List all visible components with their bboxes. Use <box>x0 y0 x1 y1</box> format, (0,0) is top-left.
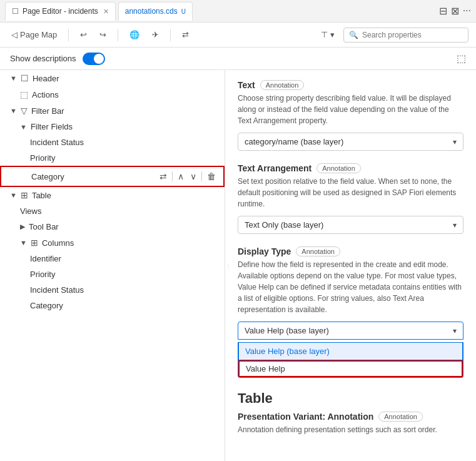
toggle-slider <box>83 53 105 65</box>
action-sep-2 <box>201 171 202 181</box>
tab-annotations[interactable]: annotations.cds U <box>118 2 193 21</box>
toolbar-sep-2 <box>118 29 118 41</box>
filter-icon: ⊤ <box>321 30 328 39</box>
tree-item-category2[interactable]: Category <box>0 298 225 313</box>
more-icon[interactable]: ··· <box>463 5 471 17</box>
incident-status-label: Incident Status <box>30 138 84 147</box>
priority2-label: Priority <box>30 270 55 279</box>
tree-item-category[interactable]: Category ⇄ ∧ ∨ 🗑 <box>0 166 225 187</box>
display-type-option-value-help-base[interactable]: Value Help (base layer) <box>238 342 463 360</box>
text-dropdown[interactable]: category/name (base layer) ▾ <box>238 133 463 151</box>
tree-item-incident-status2[interactable]: Incident Status <box>0 282 225 298</box>
table-section-heading: Table <box>238 390 463 407</box>
delete-action-btn[interactable]: 🗑 <box>205 170 218 183</box>
presentation-variant-label: Presentation Variant: Annotation <box>238 412 373 422</box>
send-icon: ✈ <box>152 30 159 39</box>
table-chevron: ▼ <box>10 191 17 199</box>
undo-button[interactable]: ↩ <box>76 28 91 42</box>
pagemap-button[interactable]: ◁ Page Map <box>8 28 61 42</box>
move-action-btn[interactable]: ⇄ <box>157 170 170 183</box>
tree-item-priority[interactable]: Priority <box>0 150 225 166</box>
text-annotation-badge: Annotation <box>260 80 305 90</box>
display-type-section: Display Type Annotation Define how the f… <box>238 246 463 378</box>
category-label: Category <box>31 172 64 181</box>
redo-button[interactable]: ↪ <box>96 28 110 42</box>
show-descriptions-label: Show descriptions <box>10 54 76 63</box>
category2-label: Category <box>30 301 63 310</box>
split-icon[interactable]: ⊠ <box>451 5 459 17</box>
toolbar: ◁ Page Map ↩ ↪ 🌐 ✈ ⇄ ⊤ ▾ 🔍 <box>0 23 476 48</box>
display-type-badge: Annotation <box>296 246 340 256</box>
text-arrangement-title: Text Arrangement Annotation <box>238 163 463 173</box>
send-button[interactable]: ✈ <box>148 28 163 42</box>
tree-item-identifier[interactable]: Identifier <box>0 251 225 266</box>
filter-bar-chevron: ▼ <box>10 107 17 114</box>
tab-page-editor-label: Page Editor - incidents <box>23 7 98 16</box>
tree-item-actions[interactable]: ⬚ Actions <box>0 86 225 103</box>
text-arrangement-badge: Annotation <box>316 163 361 173</box>
tab-bar: ☐ Page Editor - incidents ✕ annotations.… <box>0 0 476 23</box>
descriptions-toggle[interactable] <box>83 53 105 65</box>
tree-item-columns[interactable]: ▼ ⊞ Columns <box>0 235 225 251</box>
tree-item-table[interactable]: ▼ ⊞ Table <box>0 187 225 203</box>
expand-panel-icon[interactable]: ⬚ <box>457 53 466 64</box>
main-content: ▼ ☐ Header ⬚ Actions ▼ ▽ Filter Bar ▼ Fi… <box>0 70 476 461</box>
presentation-variant-badge: Annotation <box>378 412 423 422</box>
table-label: Table <box>32 191 51 200</box>
map-icon: ◁ <box>11 30 18 39</box>
filter-fields-chevron: ▼ <box>20 123 27 131</box>
tree-item-toolbar[interactable]: ▶ Tool Bar <box>0 219 225 235</box>
redo-icon: ↪ <box>99 30 106 39</box>
tree-item-filter-fields[interactable]: ▼ Filter Fields <box>0 119 225 134</box>
filter-chevron: ▾ <box>330 30 335 39</box>
tab-annotations-label: annotations.cds <box>125 7 178 16</box>
tab-close-icon[interactable]: ✕ <box>103 8 109 16</box>
tree-item-header[interactable]: ▼ ☐ Header <box>0 70 225 86</box>
text-arrangement-value: Text Only (base layer) <box>245 220 323 230</box>
display-type-dropdown[interactable]: Value Help (base layer) ▾ <box>238 322 463 340</box>
descriptions-bar: Show descriptions ⬚ <box>0 48 476 70</box>
header-chevron: ▼ <box>10 74 17 82</box>
category-item-actions: ⇄ ∧ ∨ 🗑 <box>157 170 218 183</box>
filter-fields-label: Filter Fields <box>31 122 73 131</box>
text-arrangement-label: Text Arrangement <box>238 163 311 173</box>
tree-item-filter-bar[interactable]: ▼ ▽ Filter Bar <box>0 103 225 119</box>
search-input[interactable] <box>362 31 463 39</box>
views-label: Views <box>20 206 41 216</box>
incident-status2-label: Incident Status <box>30 285 84 295</box>
search-box[interactable]: 🔍 <box>343 28 468 43</box>
text-arrangement-chevron: ▾ <box>453 221 457 230</box>
filter-button[interactable]: ⊤ ▾ <box>317 28 338 42</box>
toolbar-sep-1 <box>68 29 69 41</box>
right-panel: ⋮ Text Annotation Choose string property… <box>225 70 476 461</box>
columns-icon: ⊞ <box>31 238 38 248</box>
down-action-btn[interactable]: ∨ <box>188 170 199 183</box>
toolbar-sep-3 <box>170 29 171 41</box>
tab-page-editor[interactable]: ☐ Page Editor - incidents ✕ <box>5 2 116 21</box>
identifier-label: Identifier <box>30 254 61 263</box>
up-action-btn[interactable]: ∧ <box>175 170 186 183</box>
drag-handle: ⋮ <box>225 262 230 269</box>
tab-modified-indicator: U <box>181 8 186 15</box>
globe-button[interactable]: 🌐 <box>126 28 143 42</box>
display-type-title: Display Type Annotation <box>238 246 463 256</box>
columns-label: Columns <box>42 238 74 248</box>
grid-icon[interactable]: ⊟ <box>439 5 447 17</box>
tree-item-priority2[interactable]: Priority <box>0 266 225 282</box>
nav-back-icon: ⇄ <box>182 30 189 39</box>
pagemap-label: Page Map <box>20 30 57 39</box>
text-arrangement-section: Text Arrangement Annotation Set text pos… <box>238 163 463 234</box>
text-arrangement-dropdown[interactable]: Text Only (base layer) ▾ <box>238 216 463 234</box>
tree-item-views[interactable]: Views <box>0 203 225 219</box>
display-type-value: Value Help (base layer) <box>245 326 329 335</box>
search-icon: 🔍 <box>349 31 358 39</box>
actions-icon: ⬚ <box>20 89 28 99</box>
header-icon: ☐ <box>21 73 29 83</box>
text-description: Choose string property describing field … <box>238 93 463 126</box>
tree-item-incident-status[interactable]: Incident Status <box>0 134 225 150</box>
nav-back-button[interactable]: ⇄ <box>178 28 193 42</box>
text-dropdown-value: category/name (base layer) <box>245 137 343 146</box>
display-type-option-value-help[interactable]: Value Help <box>238 360 463 377</box>
page-editor-icon: ☐ <box>12 7 19 16</box>
text-title-label: Text <box>238 80 255 90</box>
